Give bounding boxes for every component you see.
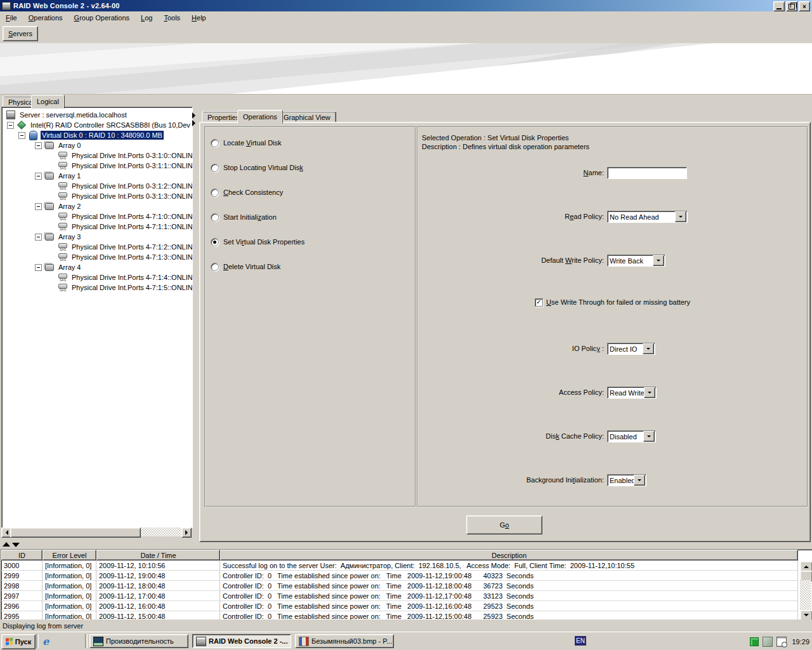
access-policy-select[interactable]: Read Write bbox=[607, 387, 657, 399]
servers-button[interactable]: Servers bbox=[3, 26, 38, 41]
log-row[interactable]: 2999 [Information, 0] 2009-11-12, 19:00:… bbox=[1, 571, 798, 581]
chevron-down-icon[interactable] bbox=[675, 211, 686, 222]
write-through-checkbox[interactable] bbox=[535, 298, 543, 307]
collapse-toggle-icon[interactable] bbox=[7, 122, 14, 129]
tree-item-array[interactable]: Array 3 bbox=[2, 232, 193, 242]
operation-set-properties[interactable]: Set Virtual Disk Properties bbox=[211, 237, 304, 247]
restore-button[interactable] bbox=[786, 1, 797, 11]
menu-tools[interactable]: Tools bbox=[158, 13, 186, 23]
radio-icon[interactable] bbox=[211, 189, 219, 197]
default-write-policy-label: Default Write Policy: bbox=[422, 256, 604, 264]
menu-bar: File Operations Group Operations Log Too… bbox=[0, 11, 812, 25]
collapse-toggle-icon[interactable] bbox=[35, 203, 42, 210]
scrollbar-track[interactable] bbox=[800, 580, 811, 610]
log-row[interactable]: 2997 [Information, 0] 2009-11-12, 17:00:… bbox=[1, 591, 798, 601]
chevron-down-icon[interactable] bbox=[644, 387, 655, 398]
quick-launch-ie-icon[interactable]: e bbox=[39, 635, 52, 647]
splitter-arrow[interactable] bbox=[192, 112, 199, 119]
tab-operations[interactable]: Operations bbox=[237, 110, 283, 124]
menu-operations[interactable]: Operations bbox=[23, 13, 69, 23]
tree-item-array[interactable]: Array 1 bbox=[2, 171, 193, 181]
column-header-error-level[interactable]: Error Level bbox=[43, 550, 96, 560]
tray-icon-installer[interactable] bbox=[763, 637, 773, 647]
menu-help[interactable]: Help bbox=[186, 13, 212, 23]
server-icon bbox=[6, 110, 16, 120]
collapse-toggle-icon[interactable] bbox=[35, 264, 42, 271]
log-row[interactable]: 2996 [Information, 0] 2009-11-12, 16:00:… bbox=[1, 601, 798, 611]
radio-icon[interactable] bbox=[211, 263, 219, 271]
operation-delete[interactable]: Delete Virtual Disk bbox=[211, 262, 280, 272]
go-button[interactable]: Go bbox=[466, 515, 542, 534]
paint-icon bbox=[299, 637, 309, 646]
language-indicator[interactable]: EN bbox=[575, 636, 586, 646]
tree-item-virtual-disk[interactable]: Virtual Disk 0 : RAID 10 : 348090.0 MB bbox=[2, 130, 193, 140]
collapse-toggle-icon[interactable] bbox=[35, 234, 42, 241]
chevron-down-icon[interactable] bbox=[634, 475, 645, 486]
column-header-id[interactable]: ID bbox=[1, 550, 43, 560]
tree-item-server[interactable]: Server : serversql.metida.localhost bbox=[2, 110, 193, 120]
operation-stop-locating[interactable]: Stop Locating Virtual Disk bbox=[211, 162, 303, 173]
tree-item-physical-drive[interactable]: SAS Physical Drive Int.Ports 4-7:1:3::ON… bbox=[2, 252, 193, 262]
tree-item-array[interactable]: Array 4 bbox=[2, 262, 193, 272]
taskbar-window-raid-console[interactable]: RAID Web Console 2 -... bbox=[192, 634, 291, 648]
close-button[interactable]: × bbox=[799, 1, 810, 11]
tree-item-physical-drive[interactable]: SAS Physical Drive Int.Ports 4-7:1:5::ON… bbox=[2, 282, 193, 293]
read-policy-select[interactable]: No Read Ahead bbox=[607, 211, 688, 223]
disk-cache-policy-select[interactable]: Disabled bbox=[607, 430, 656, 442]
collapse-toggle-icon[interactable] bbox=[18, 132, 25, 139]
minimize-button[interactable] bbox=[773, 1, 785, 11]
tree-item-physical-drive[interactable]: SAS Physical Drive Int.Ports 0-3:1:2::ON… bbox=[2, 181, 193, 191]
tray-icon-scheduler[interactable] bbox=[776, 637, 787, 647]
collapse-toggle-icon[interactable] bbox=[35, 173, 42, 180]
collapse-toggle-icon[interactable] bbox=[35, 142, 42, 149]
expand-log-up-icon[interactable] bbox=[3, 538, 10, 547]
default-write-policy-select[interactable]: Write Back bbox=[607, 255, 665, 267]
tree-item-array[interactable]: Array 2 bbox=[2, 201, 193, 211]
column-header-datetime[interactable]: Date / Time bbox=[96, 550, 220, 560]
tray-icon-green-grid[interactable] bbox=[750, 637, 759, 646]
status-bar: Displaying log from server bbox=[0, 620, 812, 632]
tree-item-physical-drive[interactable]: SAS Physical Drive Int.Ports 0-3:1:1::ON… bbox=[2, 161, 193, 171]
tree-item-physical-drive[interactable]: SAS Physical Drive Int.Ports 0-3:1:0::ON… bbox=[2, 150, 193, 161]
chevron-down-icon[interactable] bbox=[653, 255, 664, 266]
chevron-down-icon[interactable] bbox=[643, 343, 654, 354]
tree-horizontal-scrollbar[interactable] bbox=[1, 527, 192, 536]
log-vertical-scrollbar[interactable] bbox=[800, 561, 811, 620]
radio-icon[interactable] bbox=[211, 213, 219, 222]
start-button[interactable]: Пуск bbox=[1, 634, 36, 649]
raid-controller-icon bbox=[16, 121, 27, 130]
taskbar-separator bbox=[85, 634, 88, 648]
tab-logical[interactable]: Logical bbox=[31, 95, 65, 109]
scrollbar-thumb[interactable] bbox=[10, 527, 141, 538]
tree-item-physical-drive[interactable]: SAS Physical Drive Int.Ports 0-3:1:3::ON… bbox=[2, 191, 193, 201]
scroll-right-arrow[interactable] bbox=[181, 527, 192, 538]
background-initialization-select[interactable]: Enabled bbox=[607, 474, 646, 486]
tree-item-physical-drive[interactable]: SAS Physical Drive Int.Ports 4-7:1:2::ON… bbox=[2, 242, 193, 252]
taskbar-window-paint[interactable]: Безымянный03.bmp - P... bbox=[295, 634, 394, 648]
splitter-arrow[interactable] bbox=[192, 120, 199, 126]
radio-icon[interactable] bbox=[211, 139, 219, 147]
taskbar-window-performance[interactable]: Производительность bbox=[89, 634, 188, 648]
write-through-option[interactable]: Use Write Through for failed or missing … bbox=[535, 298, 690, 307]
log-row[interactable]: 2998 [Information, 0] 2009-11-12, 18:00:… bbox=[1, 581, 798, 591]
chevron-down-icon[interactable] bbox=[643, 431, 655, 442]
tree-item-controller[interactable]: Intel(R) RAID Controller SRCSASBB8I (Bus… bbox=[2, 120, 193, 130]
name-input[interactable] bbox=[607, 167, 687, 179]
log-row[interactable]: 3000 [Information, 0] 2009-11-12, 10:10:… bbox=[1, 560, 798, 571]
tree-item-array[interactable]: Array 0 bbox=[2, 140, 193, 150]
radio-icon[interactable] bbox=[211, 164, 219, 172]
menu-file[interactable]: File bbox=[0, 13, 23, 23]
operation-check-consistency[interactable]: Check Consistency bbox=[211, 187, 283, 197]
operation-start-initialization[interactable]: Start Initialization bbox=[211, 212, 277, 222]
column-header-description[interactable]: Description bbox=[220, 550, 798, 560]
operation-locate[interactable]: Locate Virtual Disk bbox=[211, 138, 282, 148]
menu-log[interactable]: Log bbox=[135, 13, 158, 23]
access-policy-label: Access Policy: bbox=[422, 388, 604, 396]
tree-item-physical-drive[interactable]: SAS Physical Drive Int.Ports 4-7:1:1::ON… bbox=[2, 222, 193, 232]
io-policy-select[interactable]: Direct IO bbox=[607, 343, 655, 355]
radio-icon-selected[interactable] bbox=[211, 238, 219, 246]
tree-item-physical-drive[interactable]: SAS Physical Drive Int.Ports 4-7:1:4::ON… bbox=[2, 272, 193, 282]
tree-item-physical-drive[interactable]: SAS Physical Drive Int.Ports 4-7:1:0::ON… bbox=[2, 211, 193, 222]
title-bar[interactable]: RAID Web Console 2 - v2.64-00 × bbox=[0, 0, 812, 11]
menu-group-operations[interactable]: Group Operations bbox=[69, 13, 135, 23]
